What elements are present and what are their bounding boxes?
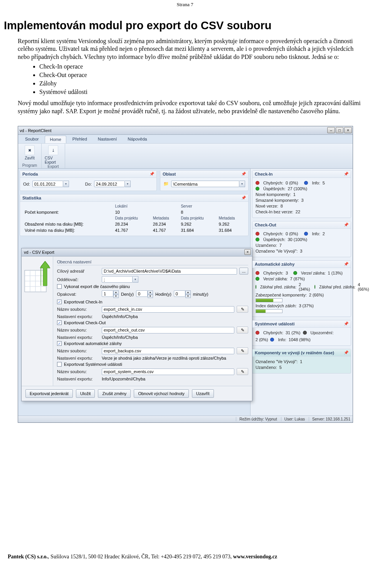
stat-label: Chybných: <box>263 231 283 236</box>
checkin-set-val: Úspěch/Info/Chyba <box>102 314 138 319</box>
pin-icon[interactable]: 📌 <box>344 322 348 326</box>
stat-val: 0 (0%) <box>286 181 298 185</box>
cancel-button[interactable]: Zrušit změny <box>98 389 131 398</box>
checkin-filename-input[interactable] <box>102 306 234 313</box>
stat-val: 2 (34%) <box>299 282 310 291</box>
pencil-icon: ✎ <box>241 348 244 353</box>
checkout-checkbox[interactable]: ✓ <box>57 320 62 325</box>
edit-button[interactable]: ✎ <box>237 306 248 313</box>
pin-icon[interactable]: 📌 <box>150 172 154 176</box>
window-max-button[interactable]: □ <box>336 127 343 133</box>
pin-icon[interactable]: 📌 <box>241 172 246 176</box>
window-min-button[interactable]: – <box>327 127 335 133</box>
filename-label: Název souboru: <box>57 307 99 312</box>
footer-company: Pantek (CS) s.r.o. <box>8 554 48 560</box>
pin-icon[interactable]: 📌 <box>344 223 348 227</box>
pin-icon[interactable]: 📌 <box>344 350 348 355</box>
backup-checkbox[interactable]: ✓ <box>57 341 62 346</box>
restore-defaults-button[interactable]: Obnovit výchozí hodnoty <box>134 389 188 398</box>
hodin-input[interactable] <box>136 290 148 297</box>
bullet-item: Check-Out operace <box>39 72 366 79</box>
dialog-title: vd - CSV Export <box>24 250 54 255</box>
stat-label: Verze/ záloha: <box>263 277 288 281</box>
stat-label: Chybných: <box>263 271 283 275</box>
target-dir-input[interactable] <box>102 268 237 275</box>
stat-label: Verze/ záloha: <box>301 271 325 275</box>
chevron-down-icon[interactable]: ▾ <box>239 181 245 187</box>
tab-home[interactable]: Home <box>45 136 66 143</box>
edit-button[interactable]: ✎ <box>237 327 248 333</box>
export-once-button[interactable]: Exportovat jedenkrát <box>25 389 73 398</box>
stat-val: 31 (2%) <box>286 330 301 335</box>
stat-val: 30 (100%) <box>288 237 307 242</box>
stat-val: 8 <box>281 204 283 208</box>
edit-button[interactable]: ✎ <box>237 368 248 375</box>
komponent-local-val: 10 <box>113 209 179 215</box>
separator-input[interactable] <box>102 276 133 283</box>
stat-val: 1 (13%) <box>328 271 343 275</box>
separator-label: Oddělovač: <box>57 277 99 282</box>
tab-napoveda[interactable]: Nápověda <box>123 136 151 143</box>
stat-val: 4 (66%) <box>358 282 369 291</box>
chevron-down-icon[interactable]: ▾ <box>125 181 131 187</box>
warning-dot-icon <box>303 331 307 335</box>
close-dialog-button[interactable]: Uzavřít <box>192 389 214 398</box>
backup-chk-label: Exportovat automatické zálohy <box>64 341 122 346</box>
stat-label: Označeno "Ve Vývoji": <box>256 249 298 253</box>
edit-button[interactable]: ✎ <box>237 347 248 354</box>
save-button[interactable]: Uložit <box>76 389 95 398</box>
do-date-input[interactable] <box>94 181 125 187</box>
error-dot-icon <box>256 232 259 236</box>
plan-checkbox[interactable] <box>57 284 62 289</box>
success-dot-icon <box>256 238 259 241</box>
tab-prehled[interactable]: Přehled <box>68 136 92 143</box>
paragraph-1: Reportní klient systému Versiondog slouž… <box>18 37 366 61</box>
footer-address: , Sušilova 1528/1, 500 02 Hradec Králové… <box>48 554 233 560</box>
sysevents-set-val: Info/Upozornění/Chyba <box>102 377 145 381</box>
stat-label: Zabezpečené komponenty: <box>256 293 307 297</box>
csv-export-button[interactable]: ⤓ CSV Export <box>45 144 62 164</box>
pin-icon[interactable]: 📌 <box>344 172 348 176</box>
stat-label: Check-In bez verze: <box>256 209 293 214</box>
app-window: vd - ReportClient – □ × Soubor Home Přeh… <box>18 126 353 423</box>
den-input[interactable] <box>102 290 113 297</box>
stat-val: 22 <box>296 209 300 214</box>
sysevents-checkbox[interactable] <box>57 362 62 367</box>
checkout-filename-input[interactable] <box>102 327 234 333</box>
statistika-table: Lokální Server Počet komponent: 10 8 Dat… <box>23 203 245 233</box>
pencil-icon: ✎ <box>241 369 244 374</box>
chevron-down-icon[interactable]: ▾ <box>63 181 69 187</box>
checkin-chk-label: Exportovat Check-In <box>64 300 103 304</box>
sysevents-filename-input[interactable] <box>102 369 234 375</box>
window-titlebar: vd - ReportClient – □ × <box>18 126 353 135</box>
stat-val: 5 <box>323 181 325 185</box>
stat-val: 1048 (98%) <box>289 337 311 342</box>
od-date-input[interactable] <box>32 181 63 187</box>
cell-val: 9.262 <box>179 221 217 227</box>
stat-label: Úspěšných: <box>263 186 285 191</box>
tab-nastaveni[interactable]: Nastavení <box>93 136 122 143</box>
row-obsazene-label: Obsažené místo na disku [MB]: <box>23 221 113 227</box>
stat-label: Úspěšných: <box>263 237 285 242</box>
chevron-down-icon[interactable]: ▾ <box>133 276 138 283</box>
stat-val: 5 <box>279 365 282 370</box>
close-button-label: Zavřít <box>25 156 35 160</box>
dialog-close-button[interactable]: × <box>244 249 251 255</box>
close-button[interactable]: ✖ Zavřít <box>21 144 38 160</box>
browse-button[interactable]: ... <box>239 268 248 275</box>
oblast-input[interactable] <box>171 181 239 187</box>
stat-val: 1 <box>293 192 296 197</box>
tab-soubor[interactable]: Soubor <box>20 136 43 143</box>
window-close-button[interactable]: × <box>344 127 352 133</box>
stat-label: Chybných: <box>263 330 283 335</box>
pin-icon[interactable]: 📌 <box>344 262 348 266</box>
cell-val: 31.684 <box>179 227 217 233</box>
checkin-checkbox[interactable]: ✓ <box>57 300 62 304</box>
minut-input[interactable] <box>174 290 185 297</box>
pin-icon[interactable]: 📌 <box>241 196 246 200</box>
export-icon: ⤓ <box>48 145 58 155</box>
ok-dot-icon <box>256 277 259 281</box>
backup-filename-input[interactable] <box>102 348 234 354</box>
stat-val: 0 (0%) <box>286 231 298 236</box>
den-label: Den(y) <box>121 292 134 297</box>
